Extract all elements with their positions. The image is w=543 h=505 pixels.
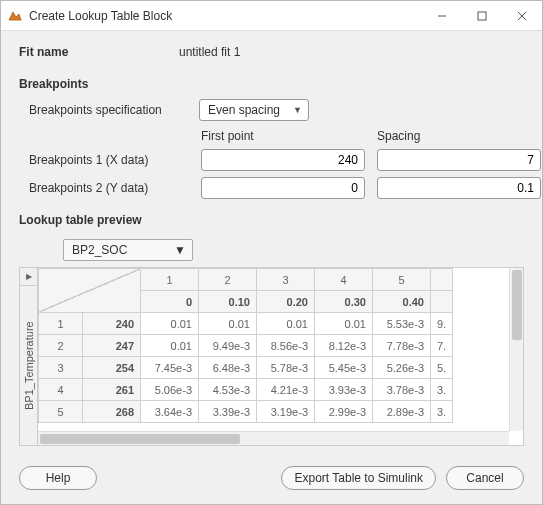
first-point-header: First point [201, 129, 365, 143]
preview-section-title: Lookup table preview [19, 213, 524, 227]
col-index: 4 [315, 269, 373, 291]
table-cell-partial[interactable]: 7. [431, 335, 453, 357]
table-cell-partial[interactable]: 3. [431, 379, 453, 401]
table-cell-partial[interactable]: 9. [431, 313, 453, 335]
table-cell[interactable]: 5.26e-3 [373, 357, 431, 379]
table-row[interactable]: 32547.45e-36.48e-35.78e-35.45e-35.26e-35… [39, 357, 453, 379]
lookup-table-preview: ▶ BP1_Temperature 1234500.100.200.300.40… [19, 267, 524, 446]
content-area: Fit name untitled fit 1 Breakpoints Brea… [1, 31, 542, 456]
table-cell[interactable]: 5.53e-3 [373, 313, 431, 335]
fit-name-label: Fit name [19, 45, 179, 59]
table-cell[interactable]: 3.93e-3 [315, 379, 373, 401]
app-icon [7, 8, 23, 24]
table-cell[interactable]: 0.01 [141, 335, 199, 357]
chevron-down-icon: ▼ [174, 243, 186, 257]
data-table[interactable]: 1234500.100.200.300.4012400.010.010.010.… [38, 268, 453, 423]
col-bp-value: 0.30 [315, 291, 373, 313]
horizontal-scrollbar[interactable] [38, 431, 509, 445]
row-bp-value: 261 [83, 379, 141, 401]
table-cell[interactable]: 0.01 [315, 313, 373, 335]
vertical-scrollbar[interactable] [509, 268, 523, 431]
table-corner [39, 269, 141, 313]
col-bp-value: 0.40 [373, 291, 431, 313]
bp2-label: Breakpoints 2 (Y data) [29, 181, 189, 195]
row-index: 3 [39, 357, 83, 379]
titlebar[interactable]: Create Lookup Table Block [1, 1, 542, 31]
close-button[interactable] [502, 1, 542, 31]
table-cell[interactable]: 3.39e-3 [199, 401, 257, 423]
table-cell[interactable]: 5.78e-3 [257, 357, 315, 379]
table-cell-partial[interactable]: 3. [431, 401, 453, 423]
footer: Help Export Table to Simulink Cancel [1, 456, 542, 504]
bp2-dropdown[interactable]: BP2_SOC ▼ [63, 239, 193, 261]
col-index: 3 [257, 269, 315, 291]
table-cell[interactable]: 5.06e-3 [141, 379, 199, 401]
table-cell-partial[interactable]: 5. [431, 357, 453, 379]
spacing-header: Spacing [377, 129, 541, 143]
col-index: 1 [141, 269, 199, 291]
export-button[interactable]: Export Table to Simulink [281, 466, 436, 490]
table-row[interactable]: 42615.06e-34.53e-34.21e-33.93e-33.78e-33… [39, 379, 453, 401]
minimize-button[interactable] [422, 1, 462, 31]
breakpoints-spec-select[interactable]: Even spacing ▼ [199, 99, 309, 121]
table-cell[interactable]: 0.01 [257, 313, 315, 335]
col-bp-value: 0 [141, 291, 199, 313]
table-cell[interactable]: 2.99e-3 [315, 401, 373, 423]
col-index: 2 [199, 269, 257, 291]
table-cell[interactable]: 7.78e-3 [373, 335, 431, 357]
maximize-button[interactable] [462, 1, 502, 31]
col-bp-partial [431, 291, 453, 313]
cancel-button[interactable]: Cancel [446, 466, 524, 490]
scrollbar-thumb[interactable] [40, 434, 240, 444]
row-bp-value: 268 [83, 401, 141, 423]
col-bp-value: 0.20 [257, 291, 315, 313]
fit-name-value: untitled fit 1 [179, 45, 524, 59]
svg-rect-1 [478, 12, 486, 20]
table-cell[interactable]: 0.01 [199, 313, 257, 335]
chevron-down-icon: ▼ [293, 105, 302, 115]
table-cell[interactable]: 8.56e-3 [257, 335, 315, 357]
table-cell[interactable]: 5.45e-3 [315, 357, 373, 379]
window-title: Create Lookup Table Block [29, 9, 422, 23]
collapse-toggle[interactable]: ▶ [20, 268, 37, 286]
breakpoints-section-title: Breakpoints [19, 77, 524, 91]
row-index: 1 [39, 313, 83, 335]
row-bp-value: 254 [83, 357, 141, 379]
table-cell[interactable]: 6.48e-3 [199, 357, 257, 379]
table-cell[interactable]: 4.53e-3 [199, 379, 257, 401]
y-axis-label: BP1_Temperature [20, 286, 37, 445]
breakpoints-spec-value: Even spacing [208, 103, 280, 117]
row-bp-value: 247 [83, 335, 141, 357]
bp1-spacing-input[interactable] [377, 149, 541, 171]
bp2-spacing-input[interactable] [377, 177, 541, 199]
dialog-window: Create Lookup Table Block Fit name untit… [0, 0, 543, 505]
table-cell[interactable]: 7.45e-3 [141, 357, 199, 379]
row-bp-value: 240 [83, 313, 141, 335]
bp2-dropdown-value: BP2_SOC [72, 243, 127, 257]
table-row[interactable]: 22470.019.49e-38.56e-38.12e-37.78e-37. [39, 335, 453, 357]
col-index: 5 [373, 269, 431, 291]
scrollbar-thumb[interactable] [512, 270, 522, 340]
table-cell[interactable]: 0.01 [141, 313, 199, 335]
row-index: 2 [39, 335, 83, 357]
bp2-first-input[interactable] [201, 177, 365, 199]
table-cell[interactable]: 2.89e-3 [373, 401, 431, 423]
table-cell[interactable]: 3.64e-3 [141, 401, 199, 423]
help-button[interactable]: Help [19, 466, 97, 490]
table-row[interactable]: 52683.64e-33.39e-33.19e-32.99e-32.89e-33… [39, 401, 453, 423]
bp1-first-input[interactable] [201, 149, 365, 171]
table-cell[interactable]: 8.12e-3 [315, 335, 373, 357]
table-cell[interactable]: 3.19e-3 [257, 401, 315, 423]
row-index: 4 [39, 379, 83, 401]
col-bp-value: 0.10 [199, 291, 257, 313]
col-index-partial [431, 269, 453, 291]
bp1-label: Breakpoints 1 (X data) [29, 153, 189, 167]
row-index: 5 [39, 401, 83, 423]
breakpoints-spec-label: Breakpoints specification [29, 103, 199, 117]
table-cell[interactable]: 9.49e-3 [199, 335, 257, 357]
table-cell[interactable]: 3.78e-3 [373, 379, 431, 401]
table-row[interactable]: 12400.010.010.010.015.53e-39. [39, 313, 453, 335]
table-cell[interactable]: 4.21e-3 [257, 379, 315, 401]
